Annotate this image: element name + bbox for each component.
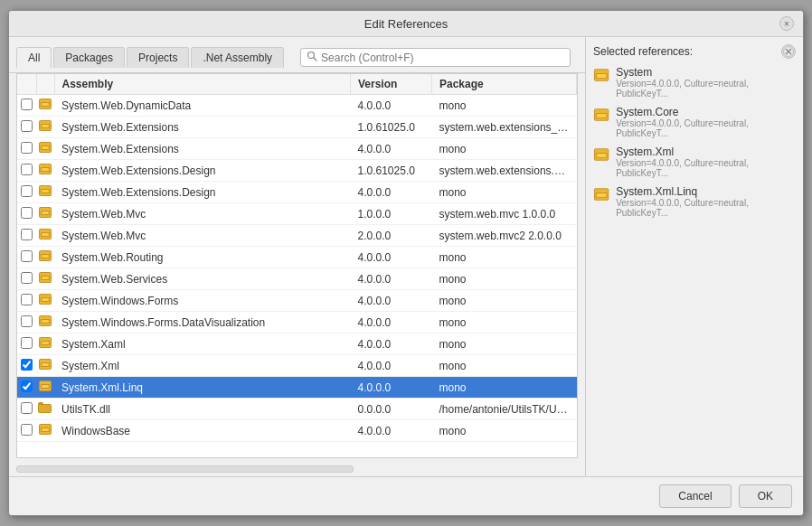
dialog-body: All Packages Projects .Net Assembly <box>9 37 803 476</box>
table-row[interactable]: UtilsTK.dll0.0.0.0/home/antonie/UtilsTK/… <box>17 399 577 420</box>
row-checkbox[interactable] <box>17 225 36 247</box>
row-version: 1.0.0.0 <box>351 203 432 225</box>
row-checkbox[interactable] <box>17 355 36 377</box>
close-button[interactable]: × <box>779 16 794 31</box>
row-checkbox[interactable] <box>17 182 36 203</box>
table-row[interactable]: System.Xaml4.0.0.0mono <box>17 333 577 355</box>
row-checkbox[interactable] <box>17 333 36 355</box>
tab-net-assembly[interactable]: .Net Assembly <box>191 47 284 68</box>
search-input[interactable] <box>321 52 564 64</box>
row-version: 4.0.0.0 <box>351 268 432 290</box>
assembly-icon <box>38 249 52 263</box>
ref-detail: Version=4.0.0.0, Culture=neutral, Public… <box>616 118 796 138</box>
table-row[interactable]: System.Web.Mvc1.0.0.0system.web.mvc 1.0.… <box>17 203 577 225</box>
row-assembly-name: System.Xml <box>54 355 351 377</box>
folder-icon <box>38 400 52 415</box>
row-checkbox[interactable] <box>17 377 36 399</box>
svg-rect-49 <box>42 342 49 344</box>
svg-rect-33 <box>42 255 49 258</box>
cancel-button[interactable]: Cancel <box>659 484 731 508</box>
row-checkbox[interactable] <box>17 203 36 225</box>
row-version: 4.0.0.0 <box>351 290 432 312</box>
row-checkbox[interactable] <box>17 420 36 442</box>
row-icon <box>36 312 54 333</box>
table-row[interactable]: System.Web.Routing4.0.0.0mono <box>17 247 577 268</box>
row-version: 1.0.61025.0 <box>351 117 432 138</box>
row-assembly-name: System.Windows.Forms <box>54 290 351 312</box>
check-header <box>17 74 36 95</box>
row-version: 0.0.0.0 <box>351 399 432 420</box>
svg-rect-29 <box>42 233 49 236</box>
row-icon <box>36 225 54 247</box>
tab-packages[interactable]: Packages <box>53 47 125 68</box>
row-package: mono <box>432 95 577 117</box>
row-package: mono <box>432 290 577 312</box>
row-version: 4.0.0.0 <box>351 420 432 442</box>
ref-detail: Version=4.0.0.0, Culture=neutral, Public… <box>616 198 796 218</box>
table-row[interactable]: System.Web.Mvc2.0.0.0system.web.mvc2 2.0… <box>17 225 577 247</box>
selected-refs-title: Selected references: <box>593 45 693 58</box>
table-row[interactable]: System.Web.Extensions.Design4.0.0.0mono <box>17 182 577 203</box>
clear-selected-button[interactable] <box>781 44 796 59</box>
table-row[interactable]: System.Windows.Forms4.0.0.0mono <box>17 290 577 312</box>
row-assembly-name: WindowsBase <box>54 420 351 442</box>
row-icon <box>36 247 54 268</box>
row-icon <box>36 268 54 290</box>
row-assembly-name: System.Web.Extensions <box>54 138 351 160</box>
row-assembly-name: System.Web.Mvc <box>54 225 351 247</box>
table-row[interactable]: System.Web.Extensions.Design1.0.61025.0s… <box>17 160 577 182</box>
row-package: mono <box>432 247 577 268</box>
assembly-icon <box>38 227 52 241</box>
assembly-icon <box>38 357 52 371</box>
table-row[interactable]: WindowsBase4.0.0.0mono <box>17 420 577 442</box>
row-version: 4.0.0.0 <box>351 312 432 333</box>
horizontal-scrollbar[interactable] <box>16 465 354 473</box>
assembly-icon <box>38 183 52 198</box>
row-version: 1.0.61025.0 <box>351 160 432 182</box>
row-package: system.web.extensions_1.0 1.0... <box>432 117 577 138</box>
row-checkbox[interactable] <box>17 290 36 312</box>
row-assembly-name: System.Xaml <box>54 333 351 355</box>
tab-all[interactable]: All <box>16 47 52 69</box>
row-assembly-name: System.Windows.Forms.DataVisualization <box>54 312 351 333</box>
row-checkbox[interactable] <box>17 247 36 268</box>
row-package: mono <box>432 312 577 333</box>
row-checkbox[interactable] <box>17 95 36 117</box>
row-icon <box>36 117 54 138</box>
row-package: mono <box>432 333 577 355</box>
package-header: Package <box>432 74 577 95</box>
assembly-icon <box>38 97 52 111</box>
assembly-icon <box>38 379 52 393</box>
svg-line-1 <box>314 58 316 61</box>
svg-rect-9 <box>42 125 49 127</box>
row-icon <box>36 377 54 399</box>
table-row[interactable]: System.Web.Extensions1.0.61025.0system.w… <box>17 117 577 138</box>
table-row[interactable]: System.Web.DynamicData4.0.0.0mono <box>17 95 577 117</box>
row-checkbox[interactable] <box>17 399 36 420</box>
row-checkbox[interactable] <box>17 268 36 290</box>
row-checkbox[interactable] <box>17 117 36 138</box>
row-checkbox[interactable] <box>17 138 36 160</box>
svg-rect-41 <box>42 298 49 301</box>
table-row[interactable]: System.Windows.Forms.DataVisualization4.… <box>17 312 577 333</box>
assembly-icon <box>38 140 52 155</box>
icon-header <box>36 74 54 95</box>
row-checkbox[interactable] <box>17 160 36 182</box>
row-package: mono <box>432 420 577 442</box>
table-row[interactable]: System.Xml.Linq4.0.0.0mono <box>17 377 577 399</box>
row-version: 4.0.0.0 <box>351 247 432 268</box>
table-row[interactable]: System.Web.Services4.0.0.0mono <box>17 268 577 290</box>
assembly-icon <box>38 118 52 133</box>
row-checkbox[interactable] <box>17 312 36 333</box>
table-row[interactable]: System.Xml4.0.0.0mono <box>17 355 577 377</box>
row-icon <box>36 138 54 160</box>
row-package: mono <box>432 182 577 203</box>
row-package: system.web.mvc 1.0.0.0 <box>432 203 577 225</box>
ok-button[interactable]: OK <box>739 484 792 508</box>
row-assembly-name: System.Web.Routing <box>54 247 351 268</box>
ref-name: System <box>616 66 796 79</box>
tab-projects[interactable]: Projects <box>127 47 189 68</box>
assembly-icon <box>38 205 52 220</box>
dialog-footer: Cancel OK <box>9 476 803 515</box>
table-row[interactable]: System.Web.Extensions4.0.0.0mono <box>17 138 577 160</box>
